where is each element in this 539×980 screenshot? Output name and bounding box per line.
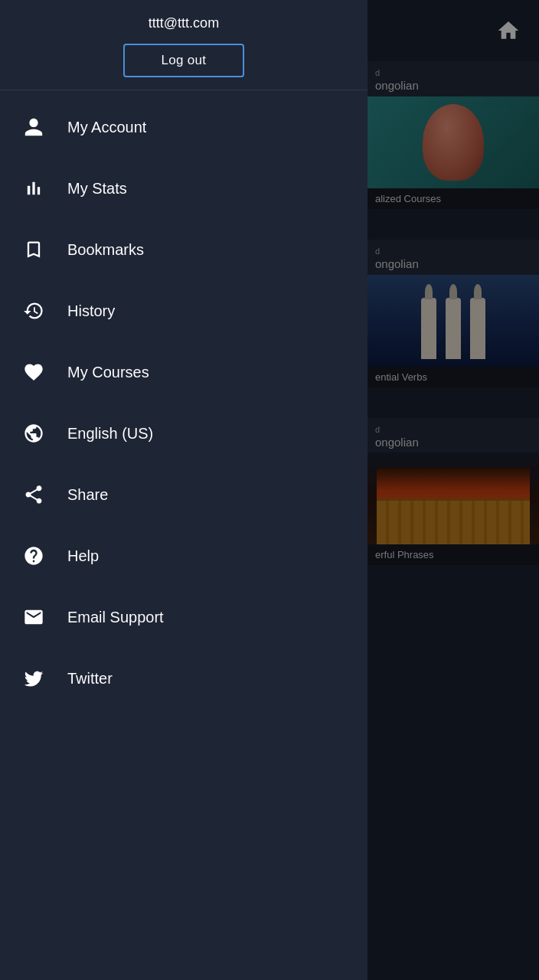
twitter-icon	[18, 663, 49, 694]
history-label: History	[67, 302, 115, 320]
user-email: tttt@ttt.com	[149, 15, 219, 31]
history-icon	[18, 296, 49, 326]
logout-button[interactable]: Log out	[123, 44, 245, 77]
heart-icon	[18, 357, 49, 387]
help-label: Help	[67, 547, 99, 565]
drawer-header: tttt@ttt.com Log out	[0, 0, 368, 90]
my-courses-label: My Courses	[67, 364, 149, 381]
sidebar-item-share[interactable]: Share	[0, 464, 368, 525]
share-icon	[18, 479, 49, 510]
drawer-menu: My Account My Stats Bookmarks History	[0, 90, 368, 980]
sidebar-item-history[interactable]: History	[0, 280, 368, 341]
my-stats-label: My Stats	[67, 180, 127, 198]
language-icon	[18, 418, 49, 449]
sidebar-item-email-support[interactable]: Email Support	[0, 586, 368, 648]
sidebar-item-my-account[interactable]: My Account	[0, 96, 368, 158]
twitter-label: Twitter	[67, 670, 113, 688]
stats-icon	[18, 173, 49, 204]
sidebar-item-english-us[interactable]: English (US)	[0, 403, 368, 464]
sidebar-item-bookmarks[interactable]: Bookmarks	[0, 219, 368, 280]
drawer: tttt@ttt.com Log out My Account My Stats…	[0, 0, 368, 980]
sidebar-item-help[interactable]: Help	[0, 525, 368, 586]
account-icon	[18, 112, 49, 142]
bookmarks-label: Bookmarks	[67, 241, 144, 259]
sidebar-item-my-stats[interactable]: My Stats	[0, 158, 368, 219]
sidebar-item-twitter[interactable]: Twitter	[0, 648, 368, 709]
overlay-dim	[368, 0, 539, 980]
bookmarks-icon	[18, 234, 49, 265]
share-label: Share	[67, 486, 108, 504]
english-us-label: English (US)	[67, 425, 153, 443]
email-icon	[18, 602, 49, 632]
my-account-label: My Account	[67, 119, 146, 136]
email-support-label: Email Support	[67, 609, 164, 626]
help-icon	[18, 541, 49, 571]
sidebar-item-my-courses[interactable]: My Courses	[0, 341, 368, 403]
